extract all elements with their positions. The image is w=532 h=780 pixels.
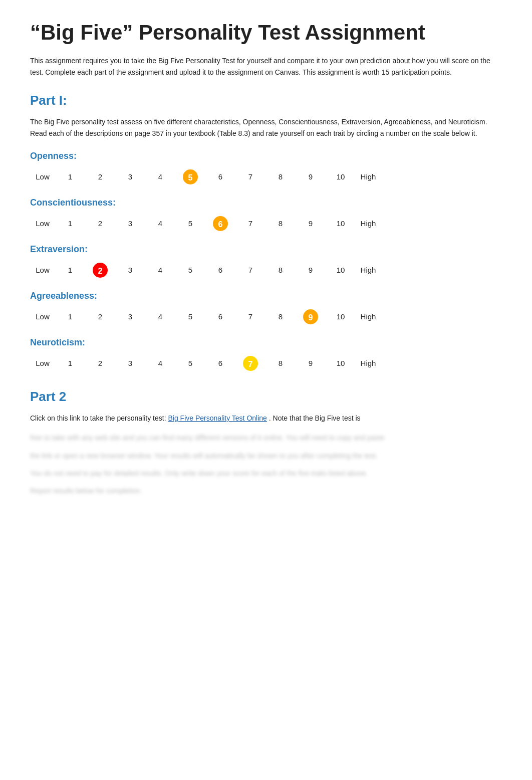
neuroticism-low: Low bbox=[30, 359, 55, 367]
extraversion-1: 1 bbox=[55, 266, 85, 274]
neuroticism-5: 5 bbox=[175, 359, 205, 367]
openness-high: High bbox=[356, 172, 381, 181]
conscientiousness-7: 7 bbox=[235, 219, 265, 228]
page-title: “Big Five” Personality Test Assignment bbox=[30, 20, 502, 45]
blurred-text-3: You do not need to pay for detailed resu… bbox=[30, 467, 502, 480]
agreeableness-low: Low bbox=[30, 312, 55, 321]
extraversion-scale: Low 1 2 3 4 5 6 7 8 9 10 High bbox=[30, 260, 502, 281]
neuroticism-3: 3 bbox=[115, 359, 145, 367]
conscientiousness-8: 8 bbox=[265, 219, 296, 228]
agreeableness-5: 5 bbox=[175, 312, 205, 321]
conscientiousness-low: Low bbox=[30, 219, 55, 228]
extraversion-4: 4 bbox=[145, 266, 175, 274]
extraversion-9: 9 bbox=[296, 266, 326, 274]
big-five-link[interactable]: Big Five Personality Test Online bbox=[168, 414, 267, 422]
conscientiousness-1: 1 bbox=[55, 219, 85, 228]
conscientiousness-label: Conscientiousness: bbox=[30, 198, 502, 208]
conscientiousness-4: 4 bbox=[145, 219, 175, 228]
conscientiousness-9: 9 bbox=[296, 219, 326, 228]
conscientiousness-3: 3 bbox=[115, 219, 145, 228]
agreeableness-1: 1 bbox=[55, 312, 85, 321]
openness-10: 10 bbox=[326, 172, 356, 181]
agreeableness-7: 7 bbox=[235, 312, 265, 321]
extraversion-2-selected: 2 bbox=[85, 263, 115, 278]
openness-5-selected: 5 bbox=[175, 169, 205, 184]
conscientiousness-10: 10 bbox=[326, 219, 356, 228]
neuroticism-2: 2 bbox=[85, 359, 115, 367]
extraversion-8: 8 bbox=[265, 266, 296, 274]
extraversion-3: 3 bbox=[115, 266, 145, 274]
conscientiousness-6-selected: 6 bbox=[205, 216, 235, 231]
agreeableness-10: 10 bbox=[326, 312, 356, 321]
neuroticism-9: 9 bbox=[296, 359, 326, 367]
neuroticism-8: 8 bbox=[265, 359, 296, 367]
neuroticism-1: 1 bbox=[55, 359, 85, 367]
neuroticism-7-selected: 7 bbox=[235, 356, 265, 371]
agreeableness-label: Agreeableness: bbox=[30, 291, 502, 301]
part1-description: The Big Five personality test assess on … bbox=[30, 116, 502, 139]
part2-section: Part 2 Click on this link to take the pe… bbox=[30, 389, 502, 497]
agreeableness-trait: Agreeableness: Low 1 2 3 4 5 6 7 8 9 10 … bbox=[30, 291, 502, 327]
extraversion-6: 6 bbox=[205, 266, 235, 274]
openness-2: 2 bbox=[85, 172, 115, 181]
openness-scale: Low 1 2 3 4 5 6 7 8 9 10 High bbox=[30, 166, 502, 187]
extraversion-high: High bbox=[356, 266, 381, 274]
extraversion-low: Low bbox=[30, 266, 55, 274]
agreeableness-scale: Low 1 2 3 4 5 6 7 8 9 10 High bbox=[30, 306, 502, 327]
conscientiousness-5: 5 bbox=[175, 219, 205, 228]
conscientiousness-2: 2 bbox=[85, 219, 115, 228]
openness-7: 7 bbox=[235, 172, 265, 181]
part2-text-after-link: . Note that the Big Five test is bbox=[267, 414, 361, 422]
neuroticism-label: Neuroticism: bbox=[30, 337, 502, 348]
conscientiousness-scale: Low 1 2 3 4 5 6 7 8 9 10 High bbox=[30, 213, 502, 234]
neuroticism-10: 10 bbox=[326, 359, 356, 367]
extraversion-label: Extraversion: bbox=[30, 244, 502, 255]
blurred-text-2: the link or open a new browser window. Y… bbox=[30, 450, 502, 462]
neuroticism-scale: Low 1 2 3 4 5 6 7 8 9 10 High bbox=[30, 353, 502, 374]
conscientiousness-trait: Conscientiousness: Low 1 2 3 4 5 6 7 8 9… bbox=[30, 198, 502, 234]
part2-heading: Part 2 bbox=[30, 389, 502, 405]
extraversion-5: 5 bbox=[175, 266, 205, 274]
openness-4: 4 bbox=[145, 172, 175, 181]
conscientiousness-high: High bbox=[356, 219, 381, 228]
part2-text-before-link: Click on this link to take the personali… bbox=[30, 414, 168, 422]
openness-low: Low bbox=[30, 172, 55, 181]
openness-8: 8 bbox=[265, 172, 296, 181]
neuroticism-trait: Neuroticism: Low 1 2 3 4 5 6 7 8 9 10 Hi… bbox=[30, 337, 502, 374]
openness-label: Openness: bbox=[30, 151, 502, 161]
part1-heading: Part I: bbox=[30, 93, 502, 108]
agreeableness-2: 2 bbox=[85, 312, 115, 321]
openness-6: 6 bbox=[205, 172, 235, 181]
part2-intro: Click on this link to take the personali… bbox=[30, 413, 502, 424]
openness-3: 3 bbox=[115, 172, 145, 181]
openness-9: 9 bbox=[296, 172, 326, 181]
agreeableness-8: 8 bbox=[265, 312, 296, 321]
blurred-text-1: free to take with any web site and you c… bbox=[30, 432, 502, 444]
neuroticism-4: 4 bbox=[145, 359, 175, 367]
neuroticism-high: High bbox=[356, 359, 381, 367]
neuroticism-6: 6 bbox=[205, 359, 235, 367]
agreeableness-4: 4 bbox=[145, 312, 175, 321]
openness-1: 1 bbox=[55, 172, 85, 181]
extraversion-10: 10 bbox=[326, 266, 356, 274]
agreeableness-9-selected: 9 bbox=[296, 309, 326, 324]
openness-trait: Openness: Low 1 2 3 4 5 6 7 8 9 10 High bbox=[30, 151, 502, 187]
agreeableness-3: 3 bbox=[115, 312, 145, 321]
extraversion-7: 7 bbox=[235, 266, 265, 274]
blurred-text-4: Report results below for completion. bbox=[30, 485, 502, 497]
extraversion-trait: Extraversion: Low 1 2 3 4 5 6 7 8 9 10 H… bbox=[30, 244, 502, 281]
agreeableness-high: High bbox=[356, 312, 381, 321]
intro-text: This assignment requires you to take the… bbox=[30, 55, 502, 78]
part1-section: Part I: The Big Five personality test as… bbox=[30, 93, 502, 374]
agreeableness-6: 6 bbox=[205, 312, 235, 321]
